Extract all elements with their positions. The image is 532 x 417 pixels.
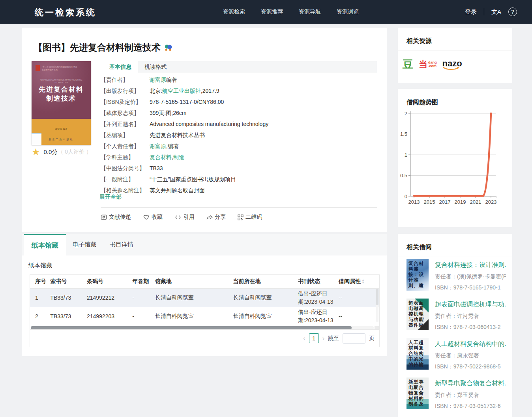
dangdang-logo[interactable]: 当 dang.com <box>419 58 437 70</box>
table-header-7[interactable]: 借阅属性▲▼ <box>337 275 379 289</box>
related-book-isbn: ISBN：978-7-03-060413-2 <box>435 324 506 331</box>
svg-text:2: 2 <box>405 111 407 116</box>
page-number[interactable]: 1 <box>309 333 319 343</box>
holdings-section-title: 纸本馆藏 <box>28 262 52 269</box>
action-qrcode[interactable]: 二维码 <box>238 214 262 221</box>
table-header-2: 条码号 <box>85 275 131 289</box>
amazon-logo[interactable]: nazon <box>442 58 462 70</box>
field-text: TB33 <box>150 165 163 171</box>
related-resources-card: 相关资源 豆 当 dang.com nazon <box>398 28 512 83</box>
book-cover-logo <box>36 65 40 71</box>
field-value: 978-7-5165-1317-0/CNY86.00 <box>150 96 224 107</box>
holdings-tab-2[interactable]: 书目详情 <box>103 234 140 255</box>
field-text: 先进复合材料技术丛书 <box>150 132 205 138</box>
star-icon[interactable]: ★ <box>32 147 40 157</box>
language-icon[interactable]: 文A <box>491 8 501 16</box>
table-row: 2TB33/73214992203-长清自科阅览室长清自科阅览室借出-应还日期:… <box>30 307 379 326</box>
field-text: ,2017.9 <box>201 88 219 94</box>
field-link[interactable]: 航空工业出版社 <box>162 88 201 94</box>
divider <box>101 207 377 208</box>
page-label: 页 <box>369 335 375 342</box>
nav-links: 资源检索资源推荐资源导航资源浏览 <box>223 0 359 24</box>
book-tab-0[interactable]: 基本信息 <box>103 61 138 73</box>
field-row: 【ISBN及定价】978-7-5165-1317-0/CNY86.00 <box>101 96 377 107</box>
book-thumbnail[interactable]: 新型导电聚合物复合材料的制备及 <box>406 378 429 409</box>
action-label: 二维码 <box>245 214 262 221</box>
field-value: 谢富原,编著 <box>150 141 179 152</box>
action-favorite[interactable]: 收藏 <box>143 214 163 221</box>
field-text: 399页:图;26cm <box>150 110 186 116</box>
field-link[interactable]: 谢富原 <box>150 143 166 149</box>
table-cell: 2 <box>30 307 49 326</box>
field-row: 【学科主题】复合材料,制造 <box>101 152 377 163</box>
navbar: 统一检索系统 资源检索资源推荐资源导航资源浏览 登录 文A ? <box>0 0 532 24</box>
svg-text:2015: 2015 <box>424 199 435 205</box>
book-cover-top: “十三五”国家重点图书出版规划项目 先进复合材料技术丛书 ADVANCED CO… <box>32 61 91 119</box>
prev-page-button[interactable]: ‹ <box>303 335 305 342</box>
table-header-5: 当前所在地 <box>231 275 296 289</box>
book-fields: 【责任者】谢富原编著【出版发行项】北京:航空工业出版社,2017.9【ISBN及… <box>101 74 377 196</box>
book-cover-author: 谢富原 编著 <box>32 128 91 131</box>
nav-divider <box>484 8 484 15</box>
jump-label: 跳至 <box>328 335 339 342</box>
related-book-isbn: ISBN：978-7-03-051732-6 <box>435 403 506 410</box>
field-label: 【载体形态项】 <box>101 107 150 118</box>
cite-icon <box>174 214 182 220</box>
nav-link-1[interactable]: 资源推荐 <box>261 8 283 15</box>
related-book-title[interactable]: 复合材料连接：设计准则... <box>435 261 506 269</box>
field-row: 【丛编项】先进复合材料技术丛书 <box>101 130 377 141</box>
field-value: 北京:航空工业出版社,2017.9 <box>150 85 219 96</box>
next-page-button[interactable]: › <box>322 335 324 342</box>
qrcode-icon <box>238 214 244 220</box>
table-header-4: 馆藏地 <box>154 275 232 289</box>
table-cell: - <box>131 289 154 307</box>
horizontal-scrollbar <box>31 326 374 329</box>
sort-icon[interactable]: ▲▼ <box>362 279 365 284</box>
douban-logo[interactable]: 豆 <box>403 59 413 70</box>
nav-link-0[interactable]: 资源检索 <box>223 8 245 15</box>
field-link[interactable]: 谢富原 <box>150 77 166 83</box>
related-resources-title: 相关资源 <box>406 37 432 45</box>
related-book-title[interactable]: 人工超材料复合结构中的... <box>435 340 506 348</box>
holdings-tab-0[interactable]: 纸本馆藏 <box>24 234 66 255</box>
book-thumbnail[interactable]: 复合材料连接：设计准则、建 <box>406 259 429 291</box>
related-borrow-item: 人工超材料复合结构中的光的传输人工超材料复合结构中的...责任者：康永强著ISB… <box>406 338 506 371</box>
related-book-title[interactable]: 超表面电磁调控机理与功... <box>435 301 506 309</box>
table-cell: 借出-应还日期:2023-04-13 <box>296 289 337 307</box>
action-document-delivery[interactable]: 文献传递 <box>101 214 131 221</box>
table-cell: 借出-应还日期:2023-04-13 <box>296 307 337 326</box>
field-value: 英文并列题名取自封面 <box>150 185 205 196</box>
field-text: 编著 <box>166 77 177 83</box>
book-thumbnail[interactable]: 超表面电磁调控机理与功能器件应 <box>406 299 429 330</box>
related-book-title[interactable]: 新型导电聚合物复合材料... <box>435 379 506 388</box>
table-cell: 长清自科阅览室 <box>154 307 232 326</box>
action-label: 文献传递 <box>109 214 131 221</box>
nav-link-2[interactable]: 资源导航 <box>299 8 321 15</box>
book-cover-entitle: ADVANCED COMPOSITES MANUFACTURING TECHNO… <box>32 79 91 84</box>
action-cite[interactable]: 引用 <box>174 214 195 221</box>
scrollbar-thumb[interactable] <box>31 326 352 329</box>
scrollbar-corner <box>375 326 379 329</box>
book-thumbnail[interactable]: 人工超材料复合结构中的光的传输 <box>406 338 429 370</box>
related-borrow-item: 超表面电磁调控机理与功能器件应超表面电磁调控机理与功...责任者：许河秀著ISB… <box>406 299 506 332</box>
book-tab-1[interactable]: 机读格式 <box>138 61 173 73</box>
field-link[interactable]: 复合材料 <box>150 154 172 160</box>
login-button[interactable]: 登录 <box>465 8 477 16</box>
field-link[interactable]: 制造 <box>173 154 184 160</box>
related-book-author: 责任者：康永强著 <box>435 352 506 359</box>
vscrollbar-thumb[interactable] <box>376 289 378 305</box>
field-label: 【ISBN及定价】 <box>101 96 150 107</box>
holdings-tab-1[interactable]: 电子馆藏 <box>66 234 103 255</box>
field-value: 谢富原编著 <box>150 74 177 85</box>
field-row: 【并列正题名】Advanced composites manufacturing… <box>101 118 377 130</box>
nav-link-3[interactable]: 资源浏览 <box>337 8 359 15</box>
share-icon <box>206 214 213 220</box>
expand-all-link[interactable]: 展开全部 <box>99 193 122 201</box>
table-cell: 1 <box>30 289 49 307</box>
page-jump-input[interactable] <box>343 333 365 344</box>
knowledge-graph-icon[interactable] <box>164 43 172 52</box>
field-value: 复合材料,制造 <box>150 152 184 163</box>
action-share[interactable]: 分享 <box>206 214 226 221</box>
field-label: 【并列正题名】 <box>101 118 150 130</box>
help-icon[interactable]: ? <box>508 8 517 16</box>
